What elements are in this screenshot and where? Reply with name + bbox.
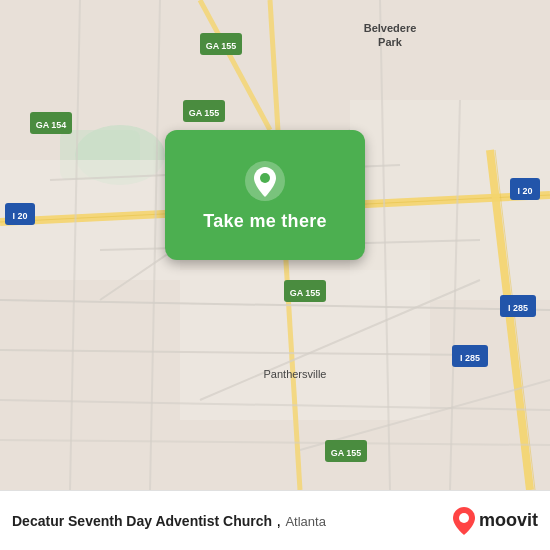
moovit-text: moovit xyxy=(479,510,538,531)
take-me-there-label: Take me there xyxy=(203,211,327,232)
svg-text:GA 155: GA 155 xyxy=(331,448,362,458)
svg-text:I 20: I 20 xyxy=(517,186,532,196)
location-city: Atlanta xyxy=(285,514,325,529)
svg-text:GA 154: GA 154 xyxy=(36,120,67,130)
location-name: Decatur Seventh Day Adventist Church xyxy=(12,513,272,529)
svg-text:I 20: I 20 xyxy=(12,211,27,221)
bottom-bar: Decatur Seventh Day Adventist Church , A… xyxy=(0,490,550,550)
moovit-logo: moovit xyxy=(453,507,538,535)
moovit-pin-icon xyxy=(453,507,475,535)
svg-text:Panthersville: Panthersville xyxy=(264,368,327,380)
svg-text:GA 155: GA 155 xyxy=(206,41,237,51)
svg-point-47 xyxy=(260,173,270,183)
svg-text:GA 155: GA 155 xyxy=(290,288,321,298)
svg-text:I 285: I 285 xyxy=(460,353,480,363)
svg-text:GA 155: GA 155 xyxy=(189,108,220,118)
svg-point-48 xyxy=(459,513,469,523)
svg-text:I 285: I 285 xyxy=(508,303,528,313)
svg-text:Belvedere: Belvedere xyxy=(364,22,417,34)
svg-text:Park: Park xyxy=(378,36,403,48)
location-pin-icon xyxy=(243,159,287,203)
map-container: GA 155 GA 155 GA 155 GA 155 GA 154 I 20 … xyxy=(0,0,550,490)
location-info: Decatur Seventh Day Adventist Church , A… xyxy=(12,512,453,530)
location-text: Decatur Seventh Day Adventist Church , A… xyxy=(12,512,453,530)
take-me-there-button[interactable]: Take me there xyxy=(165,130,365,260)
